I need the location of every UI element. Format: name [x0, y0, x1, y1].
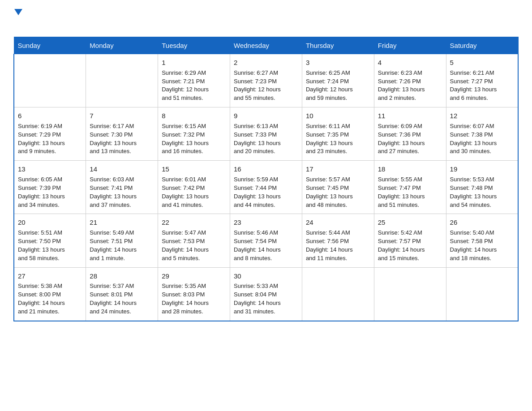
day-info: Sunrise: 6:27 AMSunset: 7:23 PMDaylight:…	[234, 69, 298, 103]
day-info: Sunrise: 5:57 AMSunset: 7:45 PMDaylight:…	[306, 176, 370, 209]
day-info: Sunrise: 5:40 AMSunset: 7:58 PMDaylight:…	[450, 229, 514, 262]
day-number: 10	[306, 111, 370, 121]
day-number: 15	[162, 164, 226, 174]
calendar-cell: 7Sunrise: 6:17 AMSunset: 7:30 PMDaylight…	[86, 107, 158, 161]
header-cell-tuesday: Tuesday	[158, 37, 230, 54]
header-cell-monday: Monday	[86, 37, 158, 54]
calendar-header: SundayMondayTuesdayWednesdayThursdayFrid…	[14, 37, 518, 54]
day-info: Sunrise: 6:15 AMSunset: 7:32 PMDaylight:…	[162, 122, 226, 156]
header-row: SundayMondayTuesdayWednesdayThursdayFrid…	[14, 37, 518, 54]
day-info: Sunrise: 6:05 AMSunset: 7:39 PMDaylight:…	[18, 176, 82, 209]
day-info: Sunrise: 5:44 AMSunset: 7:56 PMDaylight:…	[306, 229, 370, 262]
day-number: 22	[162, 218, 226, 227]
day-info: Sunrise: 6:19 AMSunset: 7:29 PMDaylight:…	[18, 122, 82, 156]
day-number: 9	[234, 111, 298, 121]
calendar-cell	[86, 54, 158, 107]
day-number: 11	[378, 111, 442, 121]
svg-marker-0	[14, 9, 22, 15]
day-info: Sunrise: 6:29 AMSunset: 7:21 PMDaylight:…	[162, 69, 226, 103]
day-number: 7	[90, 111, 154, 121]
calendar-cell: 29Sunrise: 5:35 AMSunset: 8:03 PMDayligh…	[158, 267, 230, 321]
day-number: 17	[306, 164, 370, 174]
calendar-cell: 9Sunrise: 6:13 AMSunset: 7:33 PMDaylight…	[230, 107, 302, 161]
day-info: Sunrise: 6:23 AMSunset: 7:26 PMDaylight:…	[378, 69, 442, 103]
day-info: Sunrise: 6:09 AMSunset: 7:36 PMDaylight:…	[378, 122, 442, 156]
calendar-cell: 23Sunrise: 5:46 AMSunset: 7:54 PMDayligh…	[230, 214, 302, 267]
calendar-cell	[446, 267, 518, 321]
day-number: 3	[306, 58, 370, 68]
calendar-cell: 21Sunrise: 5:49 AMSunset: 7:51 PMDayligh…	[86, 214, 158, 267]
day-info: Sunrise: 6:17 AMSunset: 7:30 PMDaylight:…	[90, 122, 154, 156]
day-number: 6	[18, 111, 82, 121]
calendar-cell: 30Sunrise: 5:33 AMSunset: 8:04 PMDayligh…	[230, 267, 302, 321]
calendar-cell: 6Sunrise: 6:19 AMSunset: 7:29 PMDaylight…	[14, 107, 86, 161]
day-info: Sunrise: 5:35 AMSunset: 8:03 PMDaylight:…	[162, 282, 226, 316]
calendar-cell	[374, 267, 446, 321]
calendar-cell	[14, 54, 86, 107]
day-info: Sunrise: 5:55 AMSunset: 7:47 PMDaylight:…	[378, 176, 442, 209]
calendar-body: 1Sunrise: 6:29 AMSunset: 7:21 PMDaylight…	[14, 54, 518, 321]
day-number: 4	[378, 58, 442, 68]
day-number: 8	[162, 111, 226, 121]
calendar-cell: 14Sunrise: 6:03 AMSunset: 7:41 PMDayligh…	[86, 161, 158, 214]
calendar-cell: 2Sunrise: 6:27 AMSunset: 7:23 PMDaylight…	[230, 54, 302, 107]
calendar-cell: 16Sunrise: 5:59 AMSunset: 7:44 PMDayligh…	[230, 161, 302, 214]
day-number: 5	[450, 58, 514, 68]
calendar-cell: 8Sunrise: 6:15 AMSunset: 7:32 PMDaylight…	[158, 107, 230, 161]
calendar-week-2: 6Sunrise: 6:19 AMSunset: 7:29 PMDaylight…	[14, 107, 518, 161]
day-number: 27	[18, 271, 82, 281]
calendar-week-5: 27Sunrise: 5:38 AMSunset: 8:00 PMDayligh…	[14, 267, 518, 321]
day-info: Sunrise: 5:42 AMSunset: 7:57 PMDaylight:…	[378, 229, 442, 262]
calendar-week-3: 13Sunrise: 6:05 AMSunset: 7:39 PMDayligh…	[14, 161, 518, 214]
calendar-table: SundayMondayTuesdayWednesdayThursdayFrid…	[13, 37, 519, 321]
calendar-cell: 10Sunrise: 6:11 AMSunset: 7:35 PMDayligh…	[302, 107, 374, 161]
day-info: Sunrise: 5:38 AMSunset: 8:00 PMDaylight:…	[18, 282, 82, 316]
day-number: 29	[162, 271, 226, 281]
day-info: Sunrise: 5:47 AMSunset: 7:53 PMDaylight:…	[162, 229, 226, 262]
day-info: Sunrise: 6:25 AMSunset: 7:24 PMDaylight:…	[306, 69, 370, 103]
header-cell-sunday: Sunday	[14, 37, 86, 54]
day-number: 20	[18, 218, 82, 227]
calendar-cell: 26Sunrise: 5:40 AMSunset: 7:58 PMDayligh…	[446, 214, 518, 267]
header-cell-thursday: Thursday	[302, 37, 374, 54]
logo	[13, 9, 26, 29]
header-cell-friday: Friday	[374, 37, 446, 54]
calendar-cell: 5Sunrise: 6:21 AMSunset: 7:27 PMDaylight…	[446, 54, 518, 107]
day-number: 12	[450, 111, 514, 121]
calendar-cell: 15Sunrise: 6:01 AMSunset: 7:42 PMDayligh…	[158, 161, 230, 214]
day-number: 1	[162, 58, 226, 68]
logo-triangle-icon	[14, 9, 22, 17]
calendar-cell: 13Sunrise: 6:05 AMSunset: 7:39 PMDayligh…	[14, 161, 86, 214]
calendar-cell: 25Sunrise: 5:42 AMSunset: 7:57 PMDayligh…	[374, 214, 446, 267]
day-info: Sunrise: 6:01 AMSunset: 7:42 PMDaylight:…	[162, 176, 226, 209]
day-info: Sunrise: 6:13 AMSunset: 7:33 PMDaylight:…	[234, 122, 298, 156]
calendar-cell: 12Sunrise: 6:07 AMSunset: 7:38 PMDayligh…	[446, 107, 518, 161]
day-number: 25	[378, 218, 442, 227]
calendar-week-1: 1Sunrise: 6:29 AMSunset: 7:21 PMDaylight…	[14, 54, 518, 107]
calendar-cell: 22Sunrise: 5:47 AMSunset: 7:53 PMDayligh…	[158, 214, 230, 267]
calendar-cell: 28Sunrise: 5:37 AMSunset: 8:01 PMDayligh…	[86, 267, 158, 321]
day-number: 18	[378, 164, 442, 174]
day-info: Sunrise: 5:33 AMSunset: 8:04 PMDaylight:…	[234, 282, 298, 316]
day-info: Sunrise: 5:37 AMSunset: 8:01 PMDaylight:…	[90, 282, 154, 316]
day-number: 19	[450, 164, 514, 174]
day-number: 2	[234, 58, 298, 68]
page-header	[13, 9, 519, 29]
day-info: Sunrise: 6:21 AMSunset: 7:27 PMDaylight:…	[450, 69, 514, 103]
day-info: Sunrise: 5:51 AMSunset: 7:50 PMDaylight:…	[18, 229, 82, 262]
day-info: Sunrise: 6:07 AMSunset: 7:38 PMDaylight:…	[450, 122, 514, 156]
day-number: 13	[18, 164, 82, 174]
header-cell-wednesday: Wednesday	[230, 37, 302, 54]
day-info: Sunrise: 6:03 AMSunset: 7:41 PMDaylight:…	[90, 176, 154, 209]
day-number: 16	[234, 164, 298, 174]
calendar-cell: 24Sunrise: 5:44 AMSunset: 7:56 PMDayligh…	[302, 214, 374, 267]
calendar-cell: 11Sunrise: 6:09 AMSunset: 7:36 PMDayligh…	[374, 107, 446, 161]
calendar-cell: 20Sunrise: 5:51 AMSunset: 7:50 PMDayligh…	[14, 214, 86, 267]
calendar-cell: 3Sunrise: 6:25 AMSunset: 7:24 PMDaylight…	[302, 54, 374, 107]
calendar-cell: 27Sunrise: 5:38 AMSunset: 8:00 PMDayligh…	[14, 267, 86, 321]
day-number: 14	[90, 164, 154, 174]
header-cell-saturday: Saturday	[446, 37, 518, 54]
day-number: 24	[306, 218, 370, 227]
calendar-cell: 1Sunrise: 6:29 AMSunset: 7:21 PMDaylight…	[158, 54, 230, 107]
calendar-cell: 4Sunrise: 6:23 AMSunset: 7:26 PMDaylight…	[374, 54, 446, 107]
